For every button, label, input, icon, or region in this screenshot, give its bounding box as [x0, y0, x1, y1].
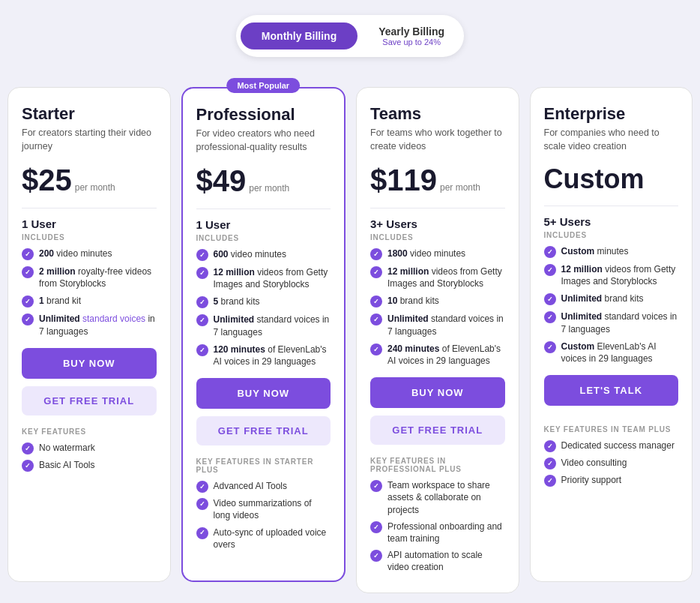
include-item: 2 million royalty-free videos from Story… [22, 266, 157, 290]
yearly-save-label: Save up to 24% [382, 38, 441, 46]
check-icon [544, 246, 556, 258]
divider [370, 208, 505, 208]
divider [544, 206, 679, 206]
include-item: Unlimited standard voices in 7 languages [196, 314, 331, 338]
key-feature-item: Auto-sync of uploaded voice overs [196, 526, 331, 550]
includes-list: 600 video minutes 12 million videos from… [196, 248, 331, 368]
include-text: Custom minutes [561, 245, 629, 257]
check-icon [196, 267, 208, 279]
check-icon [544, 341, 556, 353]
includes-list: 200 video minutes 2 million royalty-free… [22, 248, 157, 338]
include-text: 12 million videos from Getty Images and … [214, 266, 331, 290]
check-icon [544, 311, 556, 323]
include-item: Custom ElevenLab's AI voices in 29 langu… [544, 340, 679, 364]
check-icon [544, 264, 556, 276]
include-text: Unlimited brand kits [561, 292, 644, 304]
divider [22, 208, 157, 208]
include-text: Custom ElevenLab's AI voices in 29 langu… [561, 340, 679, 364]
include-item: Custom minutes [544, 245, 679, 258]
check-icon [370, 550, 382, 562]
check-icon [22, 248, 34, 260]
key-feature-text: Video summarizations of long videos [214, 497, 331, 521]
check-icon [196, 498, 208, 510]
plan-description: For video creators who need professional… [196, 128, 331, 154]
key-feature-item: Video summarizations of long videos [196, 497, 331, 521]
include-text: Unlimited standard voices in 7 languages [39, 313, 157, 337]
plan-name: Enterprise [544, 104, 679, 124]
check-icon [370, 314, 382, 326]
key-feature-item: API automation to scale video creation [370, 549, 505, 573]
check-icon [370, 266, 382, 278]
primary-button[interactable]: BUY NOW [370, 377, 505, 408]
include-item: 5 brand kits [196, 296, 331, 308]
include-item: Unlimited standard voices in 7 languages [370, 313, 505, 337]
include-item: 200 video minutes [22, 248, 157, 260]
key-feature-text: No watermark [39, 442, 95, 454]
check-icon [544, 440, 556, 452]
key-features-list: No watermark Basic AI Tools [22, 442, 157, 472]
include-text: 5 brand kits [214, 296, 260, 308]
primary-button[interactable]: BUY NOW [196, 378, 331, 409]
key-feature-text: Team workspace to share assets & collabo… [387, 479, 505, 516]
key-feature-item: Video consulting [544, 457, 679, 470]
check-icon [196, 314, 208, 326]
check-icon [370, 480, 382, 492]
key-feature-item: Team workspace to share assets & collabo… [370, 479, 505, 516]
include-item: 600 video minutes [196, 248, 331, 261]
check-icon [196, 296, 208, 308]
check-icon [196, 527, 208, 539]
key-feature-text: Advanced AI Tools [214, 480, 288, 492]
include-text: 10 brand kits [387, 295, 439, 307]
include-item: 1 brand kit [22, 295, 157, 308]
users-label: 1 User [196, 218, 331, 231]
users-label: 5+ Users [544, 215, 679, 228]
key-feature-item: Professional onboarding and team trainin… [370, 520, 505, 544]
key-features-label: KEY FEATURES IN PROFESSIONAL PLUS [370, 457, 505, 473]
key-feature-item: Advanced AI Tools [196, 480, 331, 493]
check-icon [544, 293, 556, 305]
include-text: 1800 video minutes [387, 248, 465, 260]
secondary-button[interactable]: GET FREE TRIAL [370, 416, 505, 445]
check-icon [22, 266, 34, 278]
key-features-list: Advanced AI Tools Video summarizations o… [196, 480, 331, 550]
key-feature-item: Priority support [544, 474, 679, 487]
primary-button[interactable]: LET'S TALK [544, 375, 679, 406]
check-icon [196, 481, 208, 493]
includes-label: INCLUDES [370, 233, 505, 242]
secondary-button[interactable]: GET FREE TRIAL [22, 386, 157, 416]
price-period: per month [440, 182, 480, 193]
users-label: 1 User [22, 218, 157, 230]
check-icon [22, 442, 34, 454]
include-text: 1 brand kit [39, 295, 81, 307]
include-item: 12 million videos from Getty Images and … [544, 263, 679, 287]
plan-name: Professional [196, 105, 331, 124]
price-amount: Custom [544, 164, 645, 195]
price-row: $25 per month [22, 164, 157, 197]
includes-label: INCLUDES [22, 233, 157, 242]
include-text: 600 video minutes [214, 248, 286, 260]
key-features-label: KEY FEATURES [22, 428, 157, 436]
check-icon [544, 458, 556, 470]
monthly-billing-button[interactable]: Monthly Billing [241, 22, 357, 50]
yearly-billing-button[interactable]: Yearly Billing Save up to 24% [363, 20, 459, 52]
price-amount: $25 [22, 164, 72, 197]
secondary-button[interactable]: GET FREE TRIAL [196, 416, 331, 446]
includes-list: 1800 video minutes 12 million videos fro… [370, 248, 505, 367]
include-item: Unlimited brand kits [544, 292, 679, 305]
include-text: Unlimited standard voices in 7 languages [387, 313, 505, 337]
key-feature-text: Auto-sync of uploaded voice overs [214, 526, 331, 550]
primary-button[interactable]: BUY NOW [22, 348, 157, 379]
plan-name: Teams [370, 104, 505, 124]
price-row: $119 per month [370, 164, 505, 197]
plan-card-teams: TeamsFor teams who work together to crea… [356, 87, 519, 593]
include-text: 12 million videos from Getty Images and … [387, 266, 505, 290]
yearly-billing-label: Yearly Billing [378, 26, 444, 38]
include-item: 12 million videos from Getty Images and … [196, 266, 331, 290]
include-item: 120 minutes of ElevenLab's AI voices in … [196, 344, 331, 368]
include-text: 240 minutes of ElevenLab's AI voices in … [387, 343, 505, 367]
check-icon [22, 460, 34, 472]
check-icon [370, 521, 382, 533]
key-feature-item: Basic AI Tools [22, 459, 157, 472]
price-period: per month [75, 182, 115, 193]
include-text: 200 video minutes [39, 248, 112, 260]
